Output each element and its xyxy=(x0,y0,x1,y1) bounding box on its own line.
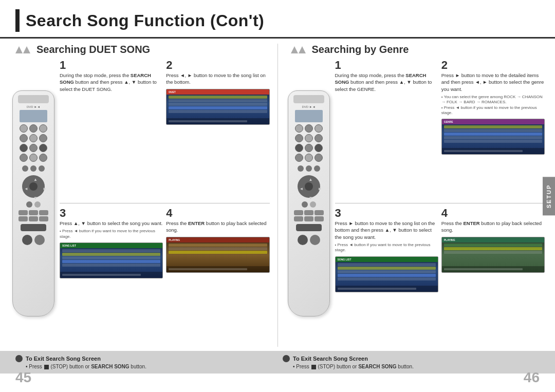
right-step-3-desc: Press ► button to move to the song list … xyxy=(335,220,438,240)
left-section-title: Searching DUET SONG xyxy=(36,44,150,55)
right-section: Searching by Genre DVD ►◄ xyxy=(286,44,545,347)
left-step-3-note: • Press ◄ button if you want to move to … xyxy=(60,229,163,239)
right-section-title: Searching by Genre xyxy=(312,44,409,55)
remote-btn-9 xyxy=(39,144,47,152)
right-section-header: Searching by Genre xyxy=(286,44,545,55)
right-remote-col: DVD ►◄ xyxy=(286,60,332,347)
page-container: Search Song Function (Con't) Searching D… xyxy=(0,0,555,392)
right-step-4-desc: Press the ENTER button to play back sele… xyxy=(441,220,545,234)
r-remote-btn-12 xyxy=(314,154,323,162)
right-step-3: 3 Press ► button to move to the song lis… xyxy=(335,208,438,347)
main-content: Searching DUET SONG DVD ►◄ xyxy=(0,44,555,347)
remote-btn-6 xyxy=(39,134,47,142)
left-step-1-desc: During the stop mode, press the SEARCH S… xyxy=(60,72,163,92)
left-remote: DVD ►◄ xyxy=(12,90,54,316)
left-step-1-number: 1 xyxy=(60,60,163,71)
left-step-4: 4 Press the ENTER button to play back se… xyxy=(166,208,269,347)
right-remote-small-btns xyxy=(298,165,320,172)
right-step-4-number: 4 xyxy=(441,208,545,219)
footer-right-title: To Exit Search Song Screen xyxy=(293,356,368,362)
right-step-2-desc: Press ► button to move to the detailed i… xyxy=(441,72,545,92)
footer-right-title-row: To Exit Search Song Screen xyxy=(283,355,540,362)
duet-header-icon xyxy=(15,46,30,53)
page-num-left: 45 xyxy=(15,369,31,386)
left-step-3-number: 3 xyxy=(60,208,163,219)
remote-small-btn-c xyxy=(39,165,45,172)
right-remote-search-btn xyxy=(296,224,322,231)
left-step-2-content: 2 Press ◄, ► button to move to the song … xyxy=(166,60,269,86)
remote-screen xyxy=(20,110,47,122)
r-remote-mid-a xyxy=(302,201,308,208)
remote-btn-3 xyxy=(39,124,47,133)
left-steps-bottom: 3 Press ▲, ▼ button to select the song y… xyxy=(60,208,270,347)
remote-small-btn-b xyxy=(30,165,36,172)
remote-search-btn xyxy=(21,224,46,231)
remote-small-btns xyxy=(22,165,45,172)
right-step-3-screen: SONG LIST xyxy=(335,256,438,292)
r-remote-bottom-a xyxy=(298,235,308,245)
genre-header-icon xyxy=(291,46,306,53)
r-remote-rect-f xyxy=(314,216,324,221)
r-remote-rect-c xyxy=(314,210,324,215)
title-accent xyxy=(15,9,20,32)
left-step-4-screen: PLAYING xyxy=(166,237,269,273)
right-remote-screen xyxy=(295,110,323,122)
remote-btn-2 xyxy=(29,124,38,133)
right-remote-logo: DVD ►◄ xyxy=(302,105,315,108)
remote-btn-8 xyxy=(29,144,38,152)
right-step-4-screen: PLAYING xyxy=(441,237,545,273)
remote-btn-12 xyxy=(39,154,47,162)
r-remote-rect-e xyxy=(304,216,313,221)
right-step-1-number: 1 xyxy=(335,60,438,71)
left-step-3-screen: SONG LIST xyxy=(60,242,163,278)
remote-nav-center xyxy=(29,182,38,191)
remote-rect-e xyxy=(29,216,38,221)
r-remote-btn-5 xyxy=(305,134,313,142)
right-step-1-content: 1 During the stop mode, press the SEARCH… xyxy=(335,60,438,92)
remote-rect-c xyxy=(39,210,48,215)
right-remote: DVD ►◄ xyxy=(288,90,330,316)
left-steps-col: 1 During the stop mode, press the SEARCH… xyxy=(60,60,270,347)
r-remote-small-a xyxy=(298,165,304,172)
remote-btn-10 xyxy=(20,154,28,162)
right-step-1: 1 During the stop mode, press the SEARCH… xyxy=(335,60,438,199)
left-step-3: 3 Press ▲, ▼ button to select the song y… xyxy=(60,208,163,347)
right-step-2-note: • You can select the genre among ROCK → … xyxy=(441,95,545,116)
remote-nav-pad: ▲ ▼ ◄ ► xyxy=(22,175,45,198)
remote-rect-b xyxy=(29,210,38,215)
remote-bottom-btn-a xyxy=(22,235,32,245)
remote-top-strip xyxy=(18,95,49,103)
right-steps-col: 1 During the stop mode, press the SEARCH… xyxy=(335,60,545,347)
remote-mid-btns xyxy=(26,201,41,208)
right-content-area: DVD ►◄ xyxy=(286,60,545,347)
remote-btn-11 xyxy=(29,154,38,162)
left-step-2: 2 Press ◄, ► button to move to the song … xyxy=(166,60,269,199)
title-bar: Search Song Function (Con't) xyxy=(0,0,555,39)
r-remote-btn-4 xyxy=(295,134,303,142)
right-steps-bottom: 3 Press ► button to move to the song lis… xyxy=(335,208,545,347)
left-step-4-content: 4 Press the ENTER button to play back se… xyxy=(166,208,269,234)
r-remote-rect-a xyxy=(294,210,303,215)
left-step-2-desc: Press ◄, ► button to move to the song li… xyxy=(166,72,269,86)
right-step-2-number: 2 xyxy=(441,60,545,71)
r-remote-rect-d xyxy=(294,216,303,221)
r-remote-btn-10 xyxy=(295,154,303,162)
footer-left-title: To Exit Search Song Screen xyxy=(26,356,101,362)
title-main: Search Song Function xyxy=(26,11,206,30)
r-remote-btn-9 xyxy=(314,144,323,152)
remote-btn-1 xyxy=(20,124,28,133)
right-step-4-content: 4 Press the ENTER button to play back se… xyxy=(441,208,545,234)
remote-rect-d xyxy=(18,216,28,221)
left-remote-col: DVD ►◄ xyxy=(10,60,57,347)
left-section-header: Searching DUET SONG xyxy=(10,44,270,55)
left-step-2-number: 2 xyxy=(166,60,269,71)
right-step-1-desc: During the stop mode, press the SEARCH S… xyxy=(335,72,438,92)
remote-btn-4 xyxy=(20,134,28,142)
page-title: Search Song Function (Con't) xyxy=(26,11,264,30)
r-remote-btn-11 xyxy=(305,154,313,162)
footer-left-bullet xyxy=(15,355,23,362)
remote-num-grid xyxy=(20,124,47,162)
footer-right-bullet xyxy=(283,355,290,362)
page-num-right: 46 xyxy=(524,369,540,386)
r-remote-rect-b xyxy=(304,210,313,215)
